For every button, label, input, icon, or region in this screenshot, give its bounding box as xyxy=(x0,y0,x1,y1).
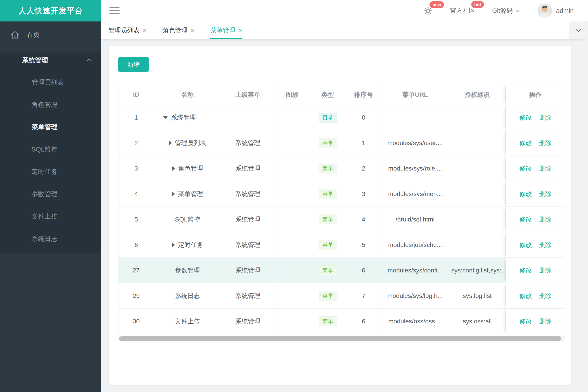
sidebar-group-header[interactable]: 系统管理 xyxy=(0,52,101,68)
type-tag: 菜单 xyxy=(319,214,337,224)
tab-label: 角色管理 xyxy=(163,26,188,35)
edit-link[interactable]: 修改 xyxy=(519,215,532,224)
edit-link[interactable]: 修改 xyxy=(519,113,532,122)
app-logo: 人人快速开发平台 xyxy=(0,0,101,22)
git-source-menu[interactable]: Git源码 xyxy=(492,6,521,15)
cell-url: modules/sys/log.h... xyxy=(381,283,449,309)
chevron-up-icon xyxy=(86,57,92,64)
sidebar-item-system-log[interactable]: 系统日志 xyxy=(0,228,101,250)
tree-caret-icon[interactable] xyxy=(172,242,175,248)
delete-link[interactable]: 删除 xyxy=(539,113,551,122)
cell-parent xyxy=(221,105,275,130)
sidebar-item-menu-mgmt[interactable]: 菜单管理 xyxy=(0,116,101,138)
cell-actions: 修改删除 xyxy=(506,181,565,207)
avatar[interactable] xyxy=(538,4,552,18)
edit-link[interactable]: 修改 xyxy=(519,266,532,275)
cell-order: 7 xyxy=(346,283,381,309)
tree-caret-icon[interactable] xyxy=(172,166,175,171)
cell-type: 菜单 xyxy=(310,181,346,207)
sidebar-item-admin-list[interactable]: 管理员列表 xyxy=(0,71,101,94)
cell-parent: 系统管理 xyxy=(221,232,275,258)
cell-perms xyxy=(449,130,506,156)
git-source-label: Git源码 xyxy=(492,6,513,15)
menu-name: 角色管理 xyxy=(178,164,203,173)
horizontal-scrollbar-thumb[interactable] xyxy=(119,336,561,341)
cell-perms: sys:oss:all xyxy=(449,309,506,334)
close-icon[interactable] xyxy=(143,28,147,34)
close-icon[interactable] xyxy=(191,28,194,34)
col-header-order: 排序号 xyxy=(346,85,381,105)
cell-icon xyxy=(275,181,310,207)
tab-admin-list[interactable]: 管理员列表 xyxy=(109,22,147,39)
col-header-type: 类型 xyxy=(310,85,346,105)
app-root: { "app": { "title": "人人快速开发平台" }, "color… xyxy=(0,0,588,392)
table-row: 2 管理员列表 系统管理 菜单 1 modules/sys/user.... 修… xyxy=(118,130,565,156)
col-header-icon: 图标 xyxy=(275,85,310,105)
cell-actions: 修改删除 xyxy=(506,258,565,283)
tab-role-mgmt[interactable]: 角色管理 xyxy=(163,22,194,39)
close-icon[interactable] xyxy=(239,28,242,34)
sidebar-toggle-icon[interactable] xyxy=(109,8,120,14)
sidebar-item-sql-monitor[interactable]: SQL监控 xyxy=(0,138,101,161)
col-header-id: ID xyxy=(118,85,154,105)
menu-name: 系统日志 xyxy=(175,292,200,300)
delete-link[interactable]: 删除 xyxy=(539,215,551,224)
cell-parent: 系统管理 xyxy=(221,309,275,334)
tab-list-dropdown[interactable] xyxy=(569,22,588,39)
delete-link[interactable]: 删除 xyxy=(539,292,551,300)
community-label: 官方社区 xyxy=(450,6,475,15)
edit-link[interactable]: 修改 xyxy=(519,190,532,198)
sidebar-item-file-upload[interactable]: 文件上传 xyxy=(0,206,101,228)
cell-perms xyxy=(449,232,506,258)
edit-link[interactable]: 修改 xyxy=(519,139,532,147)
cell-perms: sys:config:list,sys:. xyxy=(449,258,506,283)
add-button[interactable]: 新增 xyxy=(118,57,149,72)
cell-id: 6 xyxy=(118,232,154,258)
delete-link[interactable]: 删除 xyxy=(539,139,551,147)
edit-link[interactable]: 修改 xyxy=(519,241,532,249)
cell-actions: 修改删除 xyxy=(506,130,565,156)
edit-link[interactable]: 修改 xyxy=(519,292,532,300)
page-scrollbar[interactable] xyxy=(586,22,588,392)
type-tag: 菜单 xyxy=(319,138,337,148)
cell-type: 菜单 xyxy=(310,156,346,181)
cell-id: 4 xyxy=(118,181,154,207)
delete-link[interactable]: 删除 xyxy=(539,164,551,173)
cell-id: 29 xyxy=(118,283,154,309)
delete-link[interactable]: 删除 xyxy=(539,241,551,249)
tree-caret-icon[interactable] xyxy=(172,192,175,196)
sidebar-item-role-mgmt[interactable]: 角色管理 xyxy=(0,94,101,116)
delete-link[interactable]: 删除 xyxy=(539,190,551,198)
tab-menu-mgmt[interactable]: 菜单管理 xyxy=(210,22,242,39)
cell-type: 目录 xyxy=(310,105,346,130)
tree-caret-icon[interactable] xyxy=(169,140,172,146)
table-row: 3 角色管理 系统管理 菜单 2 modules/sys/role.... 修改… xyxy=(118,156,565,181)
cell-actions: 修改删除 xyxy=(506,309,565,334)
sidebar-item-params[interactable]: 参数管理 xyxy=(0,183,101,206)
tab-label: 菜单管理 xyxy=(210,26,235,35)
cell-icon xyxy=(275,105,310,130)
menu-name: 文件上传 xyxy=(175,317,200,326)
cell-id: 3 xyxy=(118,156,154,181)
cell-url xyxy=(381,105,449,130)
tree-caret-icon[interactable] xyxy=(163,116,168,119)
delete-link[interactable]: 删除 xyxy=(539,317,551,326)
type-tag: 菜单 xyxy=(319,164,337,174)
cell-url: modules/job/sche... xyxy=(381,232,449,258)
username-label[interactable]: admin xyxy=(556,7,574,14)
sidebar-item-cron-jobs[interactable]: 定时任务 xyxy=(0,161,101,183)
delete-link[interactable]: 删除 xyxy=(539,266,551,275)
cell-id: 30 xyxy=(118,309,154,334)
cell-url: modules/sys/role.... xyxy=(381,156,449,181)
col-header-perms: 授权标识 xyxy=(449,85,506,105)
cell-perms xyxy=(449,181,506,207)
sidebar-item-home[interactable]: 首页 xyxy=(0,22,101,48)
settings-menu[interactable]: new xyxy=(423,6,433,16)
cell-type: 菜单 xyxy=(310,283,346,309)
user-menu[interactable]: admin xyxy=(538,4,574,18)
community-link[interactable]: 官方社区 hot xyxy=(450,6,475,15)
edit-link[interactable]: 修改 xyxy=(519,164,532,173)
home-icon xyxy=(10,30,20,40)
edit-link[interactable]: 修改 xyxy=(519,317,532,326)
cell-order: 6 xyxy=(346,309,381,334)
